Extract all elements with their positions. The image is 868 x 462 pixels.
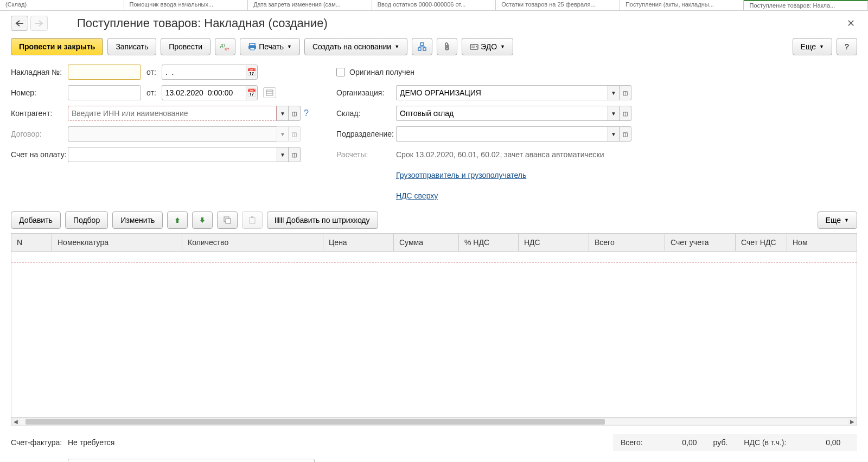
create-based-button[interactable]: Создать на основании ▼ (304, 38, 407, 55)
subdivision-input[interactable] (396, 126, 608, 142)
scroll-right-arrow[interactable]: ▶ (848, 419, 857, 425)
settlements-label: Расчеты: (336, 150, 396, 159)
th-vat-account[interactable]: Счет НДС (736, 234, 787, 251)
dt-kt-button[interactable]: ДтКт (215, 38, 235, 55)
counterparty-open-btn[interactable]: ◫ (289, 106, 301, 121)
contract-input[interactable] (68, 126, 277, 142)
pick-button[interactable]: Подбор (65, 211, 108, 229)
total-label: Всего: (621, 438, 643, 447)
th-vat[interactable]: НДС (519, 234, 589, 251)
tab-4[interactable]: Остатки товаров на 25 февраля... (496, 0, 620, 10)
counterparty-dropdown-btn[interactable]: ▼ (277, 106, 289, 121)
edo-icon (470, 43, 478, 50)
aux-button[interactable] (263, 87, 276, 98)
number-label: Номер: (11, 88, 68, 97)
warehouse-dropdown-btn[interactable]: ▼ (608, 106, 620, 121)
tab-0[interactable]: (Склад) (0, 0, 124, 10)
hierarchy-icon (418, 42, 426, 51)
chevron-down-icon: ▼ (287, 44, 292, 49)
comment-input[interactable] (68, 459, 315, 462)
move-down-button[interactable] (192, 211, 213, 229)
chevron-down-icon: ▼ (500, 44, 505, 49)
th-sum[interactable]: Сумма (394, 234, 459, 251)
organization-dropdown-btn[interactable]: ▼ (608, 85, 620, 100)
subdivision-open-btn[interactable]: ◫ (620, 126, 631, 142)
calendar-button-1[interactable]: 📅 (246, 65, 258, 80)
items-table: N Номенклатура Количество Цена Сумма % Н… (11, 233, 857, 418)
create-based-label: Создать на основании (312, 42, 391, 51)
consignor-link[interactable]: Грузоотправитель и грузополучатель (396, 171, 526, 179)
save-button[interactable]: Записать (107, 38, 156, 55)
organization-open-btn[interactable]: ◫ (620, 85, 631, 100)
chevron-down-icon: ▼ (394, 44, 399, 49)
table-more-button[interactable]: Еще ▼ (818, 211, 857, 229)
th-nom[interactable]: Ном (787, 234, 857, 251)
paste-button[interactable] (242, 211, 263, 229)
invoice-footer-label: Счет-фактура: (11, 438, 68, 447)
from-label-2: от: (146, 88, 156, 97)
number-date-input[interactable] (162, 85, 246, 100)
tab-3[interactable]: Ввод остатков 0000-000006 от... (372, 0, 496, 10)
counterparty-label: Контрагент: (11, 109, 68, 118)
warehouse-open-btn[interactable]: ◫ (620, 106, 631, 121)
scroll-left-arrow[interactable]: ◀ (11, 419, 20, 425)
svg-rect-7 (423, 48, 426, 50)
th-total[interactable]: Всего (589, 234, 665, 251)
calendar-icon: 📅 (247, 68, 256, 76)
invoice-account-dropdown-btn[interactable]: ▼ (277, 147, 289, 162)
edo-button[interactable]: ЭДО ▼ (462, 38, 513, 55)
th-nomenclature[interactable]: Номенклатура (52, 234, 182, 251)
horizontal-scrollbar[interactable]: ◀ ▶ (11, 418, 857, 426)
tab-5[interactable]: Поступления (акты, накладны... (620, 0, 744, 10)
add-barcode-button[interactable]: Добавить по штрихкоду (267, 211, 378, 229)
th-price[interactable]: Цена (323, 234, 394, 251)
warehouse-input[interactable] (396, 106, 608, 121)
attach-button[interactable] (437, 38, 457, 55)
th-vat-pct[interactable]: % НДС (459, 234, 519, 251)
change-button[interactable]: Изменить (112, 211, 163, 229)
invoice-account-input[interactable] (68, 147, 277, 162)
scroll-thumb[interactable] (25, 419, 605, 425)
th-quantity[interactable]: Количество (182, 234, 323, 251)
top-tabs: (Склад) Помощник ввода начальных... Дата… (0, 0, 868, 11)
post-and-close-button[interactable]: Провести и закрыть (11, 38, 103, 55)
original-received-label: Оригинал получен (349, 68, 414, 76)
tab-6[interactable]: Поступление товаров: Накла... (744, 0, 868, 10)
add-button[interactable]: Добавить (11, 211, 61, 229)
post-button[interactable]: Провести (161, 38, 210, 55)
main-toolbar: Провести и закрыть Записать Провести ДтК… (0, 36, 868, 62)
tab-2[interactable]: Дата запрета изменения (сам... (248, 0, 372, 10)
copy-button[interactable] (217, 211, 238, 229)
contract-label: Договор: (11, 130, 68, 138)
nav-back-button[interactable] (11, 16, 28, 31)
th-n[interactable]: N (11, 234, 52, 251)
print-button[interactable]: Печать ▼ (240, 38, 300, 55)
subdivision-label: Подразделение: (336, 130, 396, 138)
structure-button[interactable] (412, 38, 432, 55)
vat-link[interactable]: НДС сверху (396, 191, 438, 200)
tab-1[interactable]: Помощник ввода начальных... (124, 0, 248, 10)
counterparty-input[interactable] (68, 106, 277, 121)
scroll-track[interactable] (20, 419, 848, 425)
subdivision-dropdown-btn[interactable]: ▼ (608, 126, 620, 142)
number-input[interactable] (68, 85, 141, 100)
table-body[interactable] (11, 252, 857, 417)
invoice-account-open-btn[interactable]: ◫ (289, 147, 301, 162)
counterparty-help[interactable]: ? (304, 108, 309, 118)
help-button[interactable]: ? (837, 38, 857, 55)
close-button[interactable]: ✕ (845, 15, 857, 31)
original-received-checkbox[interactable] (336, 68, 345, 76)
move-up-button[interactable] (167, 211, 188, 229)
invoice-no-input[interactable] (68, 65, 141, 80)
svg-rect-2 (250, 43, 255, 46)
more-button[interactable]: Еще ▼ (793, 38, 832, 55)
svg-rect-14 (250, 217, 255, 223)
organization-input[interactable] (396, 85, 608, 100)
th-account[interactable]: Счет учета (665, 234, 736, 251)
calendar-button-2[interactable]: 📅 (246, 85, 258, 100)
svg-text:Кт: Кт (225, 47, 229, 51)
settlements-value: Срок 13.02.2020, 60.01, 60.02, зачет ава… (396, 150, 604, 159)
chevron-down-icon: ▼ (819, 44, 824, 49)
chevron-down-icon: ▼ (844, 217, 849, 223)
invoice-date-input[interactable] (162, 65, 246, 80)
